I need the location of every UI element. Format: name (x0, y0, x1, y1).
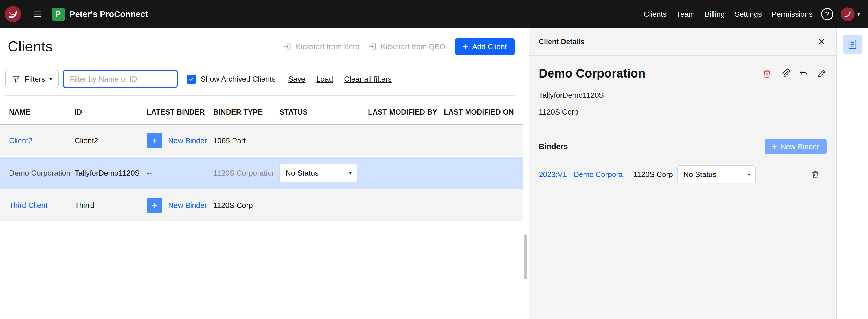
kickstart-xero-label: Kickstart from Xero (296, 42, 360, 51)
brand-name: Peter's ProConnect (69, 9, 148, 19)
app-logo-icon (4, 5, 22, 23)
binder-status-value: No Status (683, 170, 716, 179)
col-header-last-modified-on: LAST MODIFIED ON (444, 108, 515, 116)
undo-icon (799, 68, 808, 78)
filters-label: Filters (25, 75, 45, 84)
delete-binder-button[interactable] (811, 170, 820, 179)
table-row: Client2 Client2 + New Binder 1065 Part (0, 125, 523, 156)
scrollbar-thumb[interactable] (524, 234, 527, 279)
trash-icon (811, 170, 820, 179)
nav-team[interactable]: Team (677, 10, 695, 19)
panel-title: Client Details (539, 38, 585, 46)
add-client-button[interactable]: + Add Client (455, 38, 515, 55)
client-id-text: TallyforDemo1120S (539, 91, 827, 100)
top-navbar: P Peter's ProConnect Clients Team Billin… (0, 0, 868, 28)
nav-billing[interactable]: Billing (705, 10, 725, 19)
col-header-latest-binder: LATEST BINDER (147, 108, 213, 116)
panel-new-binder-label: New Binder (781, 142, 819, 151)
client-id: Thirrd (75, 201, 147, 210)
col-header-id: ID (75, 108, 147, 116)
menu-icon[interactable] (31, 7, 44, 21)
show-archived-checkbox[interactable] (187, 75, 196, 84)
page-header: Clients Kickstart from Xero Kickstart fr… (8, 38, 515, 55)
brand-link[interactable]: P Peter's ProConnect (52, 7, 148, 21)
binder-type: 1120S Corporation (213, 169, 279, 178)
panel-new-binder-button[interactable]: + New Binder (765, 139, 827, 154)
avatar (841, 7, 855, 21)
client-name-link[interactable]: Client2 (9, 136, 75, 145)
status-select[interactable]: No Status ▾ (279, 164, 357, 182)
binder-row: 2023:V1 - Demo Corpora... 1120S Corp No … (539, 165, 827, 183)
col-header-status: STATUS (279, 108, 368, 116)
user-menu[interactable]: ▾ (841, 7, 860, 21)
document-list-icon (846, 38, 858, 50)
binder-status-select[interactable]: No Status ▾ (677, 165, 756, 183)
table-row: Third Client Thirrd + New Binder 1120S C… (0, 189, 523, 221)
close-icon[interactable]: ✕ (818, 37, 826, 46)
chevron-down-icon: ▾ (349, 171, 351, 176)
binder-type: 1120S Corp (213, 201, 279, 210)
nav-permissions[interactable]: Permissions (772, 10, 813, 19)
app-logo[interactable] (0, 0, 26, 28)
edit-client-button[interactable] (817, 68, 827, 78)
chevron-down-icon: ▾ (50, 77, 52, 82)
clients-list-area: Clients Kickstart from Xero Kickstart fr… (0, 28, 523, 319)
client-id: TallyforDemo1120S (75, 169, 147, 178)
save-filters-link[interactable]: Save (288, 75, 305, 84)
delete-client-button[interactable] (762, 68, 772, 78)
question-glyph: ? (825, 10, 830, 18)
new-binder-link[interactable]: New Binder (168, 201, 207, 210)
plus-icon: + (463, 42, 468, 51)
latest-binder-empty: -- (147, 169, 213, 178)
binder-type: 1065 Part (213, 136, 279, 145)
client-name-heading: Demo Corporation (539, 66, 646, 81)
nav-clients[interactable]: Clients (644, 10, 666, 19)
new-binder-plus-button[interactable]: + (147, 197, 162, 213)
client-type-text: 1120S Corp (539, 107, 827, 117)
new-binder-link[interactable]: New Binder (168, 136, 207, 145)
new-binder-plus-button[interactable]: + (147, 133, 162, 148)
nav-settings[interactable]: Settings (735, 10, 762, 19)
check-icon (188, 76, 195, 82)
brand-initial-badge: P (52, 7, 65, 21)
binder-type-text: 1120S Corp (633, 170, 677, 179)
vertical-scrollbar[interactable] (523, 28, 529, 319)
filter-input[interactable] (63, 70, 178, 88)
client-details-rail-button[interactable] (843, 35, 862, 54)
add-client-label: Add Client (472, 42, 507, 51)
undo-button[interactable] (799, 68, 808, 78)
pencil-icon (817, 68, 827, 78)
binder-link[interactable]: 2023:V1 - Demo Corpora... (539, 170, 625, 179)
client-name: Demo Corporation (9, 169, 75, 178)
trash-icon (762, 68, 772, 78)
right-rail (836, 28, 868, 319)
chevron-down-icon: ▾ (857, 12, 860, 17)
client-details-panel: Client Details ✕ Demo Corporation (529, 28, 836, 319)
kickstart-icon (283, 42, 292, 51)
col-header-name: NAME (9, 108, 75, 116)
kickstart-xero-button[interactable]: Kickstart from Xero (283, 42, 360, 51)
plus-icon: + (772, 142, 777, 151)
client-actions (762, 68, 827, 78)
paperclip-icon (780, 68, 790, 78)
table-header-row: NAME ID LATEST BINDER BINDER TYPE STATUS… (0, 96, 523, 125)
col-header-last-modified-by: LAST MODIFIED BY (368, 108, 444, 116)
kickstart-qbo-button[interactable]: Kickstart from QBO (368, 42, 445, 51)
kickstart-qbo-label: Kickstart from QBO (381, 42, 445, 51)
load-filters-link[interactable]: Load (316, 75, 333, 84)
client-id: Client2 (75, 136, 147, 145)
binders-section: Binders + New Binder 2023:V1 - Demo Corp… (529, 130, 836, 183)
client-name-link[interactable]: Third Client (9, 201, 75, 210)
clear-filters-link[interactable]: Clear all filters (344, 75, 392, 84)
status-select-value: No Status (286, 169, 318, 178)
attachments-button[interactable] (780, 68, 790, 78)
nav-links: Clients Team Billing Settings Permission… (644, 10, 812, 19)
filters-button[interactable]: Filters ▾ (5, 70, 59, 88)
panel-header: Client Details ✕ (529, 28, 836, 56)
filters-toolbar: Filters ▾ Show Archived Clients Save Loa… (5, 70, 515, 88)
help-icon[interactable]: ? (821, 8, 833, 20)
show-archived-label: Show Archived Clients (200, 75, 275, 84)
col-header-binder-type: BINDER TYPE (213, 108, 279, 116)
binders-heading: Binders (539, 142, 568, 151)
page-title: Clients (8, 38, 53, 55)
